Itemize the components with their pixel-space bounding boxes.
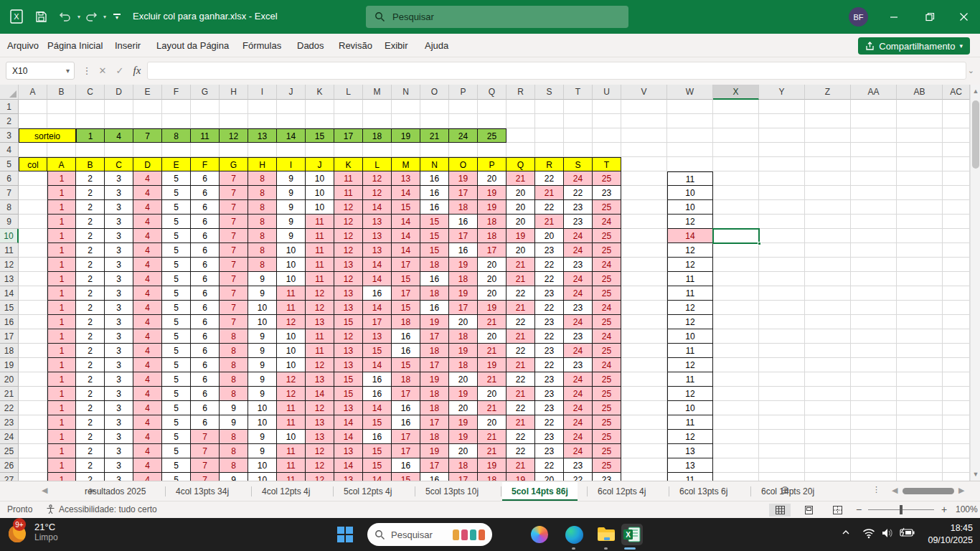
cell-O1[interactable]	[420, 100, 449, 114]
cell-I21[interactable]: 9	[248, 387, 277, 401]
cell-E16[interactable]: 4	[133, 315, 162, 329]
cell-U19[interactable]: 24	[593, 358, 621, 372]
cell-E14[interactable]: 4	[133, 286, 162, 301]
cell-X14[interactable]	[713, 286, 759, 301]
cell-E27[interactable]: 4	[133, 473, 162, 481]
cell-N3[interactable]: 19	[392, 128, 420, 143]
cell-AA14[interactable]	[851, 286, 897, 301]
cell-G27[interactable]: 7	[191, 473, 220, 481]
restore-button[interactable]	[913, 0, 946, 34]
cell-L5[interactable]: K	[334, 157, 363, 171]
cell-L25[interactable]: 13	[334, 444, 363, 458]
cell-C15[interactable]: 2	[76, 301, 105, 315]
cell-F23[interactable]: 5	[162, 415, 191, 430]
cell-G3[interactable]: 11	[191, 128, 220, 143]
zoom-level[interactable]: 100%	[956, 504, 978, 514]
ribbon-tab-layout-da-página[interactable]: Layout da Página	[155, 34, 230, 57]
cell-G22[interactable]: 6	[191, 401, 220, 415]
cell-C1[interactable]	[76, 100, 105, 114]
cell-AC9[interactable]	[943, 215, 970, 229]
cell-J10[interactable]: 9	[277, 229, 306, 243]
cell-E11[interactable]: 4	[133, 243, 162, 258]
name-box-dropdown-icon[interactable]: ▾	[66, 67, 70, 75]
cell-N27[interactable]: 15	[392, 473, 420, 481]
cell-P25[interactable]: 20	[449, 444, 478, 458]
cell-N5[interactable]: M	[392, 157, 420, 171]
cell-G24[interactable]: 7	[191, 430, 220, 444]
cell-Q19[interactable]: 19	[478, 358, 507, 372]
cell-AC7[interactable]	[943, 186, 970, 200]
cell-K13[interactable]: 11	[306, 272, 334, 286]
fx-icon[interactable]: fx	[129, 62, 145, 78]
cell-N1[interactable]	[392, 100, 420, 114]
cell-U15[interactable]: 24	[593, 301, 621, 315]
cell-O23[interactable]: 17	[420, 415, 449, 430]
cell-AB2[interactable]	[897, 114, 943, 128]
column-header-Y[interactable]: Y	[759, 85, 805, 100]
cell-H26[interactable]: 8	[220, 458, 248, 473]
cell-R8[interactable]: 20	[507, 200, 535, 215]
cell-C23[interactable]: 2	[76, 415, 105, 430]
cell-L26[interactable]: 14	[334, 458, 363, 473]
cell-F27[interactable]: 5	[162, 473, 191, 481]
column-header-H[interactable]: H	[220, 85, 248, 100]
cell-Z21[interactable]	[805, 387, 851, 401]
cell-S13[interactable]: 22	[535, 272, 564, 286]
cell-L14[interactable]: 13	[334, 286, 363, 301]
cell-Z11[interactable]	[805, 243, 851, 258]
cell-C10[interactable]: 2	[76, 229, 105, 243]
cell-AC2[interactable]	[943, 114, 970, 128]
cell-W8[interactable]: 10	[667, 200, 713, 215]
cell-P2[interactable]	[449, 114, 478, 128]
volume-icon[interactable]	[881, 527, 894, 542]
cell-X3[interactable]	[713, 128, 759, 143]
cell-J8[interactable]: 9	[277, 200, 306, 215]
cell-P16[interactable]: 20	[449, 315, 478, 329]
cell-C17[interactable]: 2	[76, 329, 105, 344]
cell-X26[interactable]	[713, 458, 759, 473]
cell-AB18[interactable]	[897, 344, 943, 358]
cell-H11[interactable]: 7	[220, 243, 248, 258]
row-header-17[interactable]: 17	[0, 329, 19, 344]
cell-AA6[interactable]	[851, 171, 897, 186]
cell-B25[interactable]: 1	[47, 444, 76, 458]
cell-U9[interactable]: 24	[593, 215, 621, 229]
cell-M19[interactable]: 14	[363, 358, 392, 372]
cell-A9[interactable]	[19, 215, 47, 229]
cell-T20[interactable]: 24	[564, 372, 593, 387]
cell-D25[interactable]: 3	[105, 444, 133, 458]
cancel-icon[interactable]: ✕	[95, 62, 110, 78]
cell-R5[interactable]: Q	[507, 157, 535, 171]
cell-B16[interactable]: 1	[47, 315, 76, 329]
cell-L10[interactable]: 12	[334, 229, 363, 243]
cell-A4[interactable]	[19, 143, 47, 157]
cell-N7[interactable]: 14	[392, 186, 420, 200]
accessibility-status[interactable]: Acessibilidade: tudo certo	[59, 504, 157, 514]
column-header-N[interactable]: N	[392, 85, 420, 100]
cell-AC26[interactable]	[943, 458, 970, 473]
cell-N26[interactable]: 16	[392, 458, 420, 473]
cell-H21[interactable]: 8	[220, 387, 248, 401]
cell-K19[interactable]: 12	[306, 358, 334, 372]
cell-AB20[interactable]	[897, 372, 943, 387]
cell-H23[interactable]: 9	[220, 415, 248, 430]
cell-J17[interactable]: 10	[277, 329, 306, 344]
column-header-D[interactable]: D	[105, 85, 133, 100]
cell-AC18[interactable]	[943, 344, 970, 358]
cell-C6[interactable]: 2	[76, 171, 105, 186]
cell-AA13[interactable]	[851, 272, 897, 286]
cell-X1[interactable]	[713, 100, 759, 114]
cell-A17[interactable]	[19, 329, 47, 344]
cell-R6[interactable]: 21	[507, 171, 535, 186]
cell-R26[interactable]: 21	[507, 458, 535, 473]
cell-AA1[interactable]	[851, 100, 897, 114]
cell-Q9[interactable]: 18	[478, 215, 507, 229]
sheet-tab-6col-12pts-4j[interactable]: 6col 12pts 4j	[588, 482, 655, 501]
cell-V24[interactable]	[621, 430, 667, 444]
cell-H19[interactable]: 8	[220, 358, 248, 372]
cell-F5[interactable]: E	[162, 157, 191, 171]
cell-K5[interactable]: J	[306, 157, 334, 171]
cell-AA15[interactable]	[851, 301, 897, 315]
cell-U4[interactable]	[593, 143, 621, 157]
normal-view-button[interactable]	[769, 504, 791, 517]
